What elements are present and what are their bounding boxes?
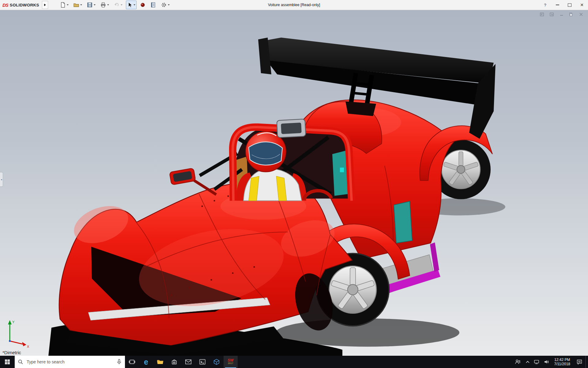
window-controls: ? ✕ [539,0,588,10]
window-title: Voiture assemblee [Read-only] [268,3,320,7]
design-binder-icon [150,2,156,8]
print-icon [100,2,106,8]
dropdown-arrow-icon [80,4,82,6]
minimize-icon [556,5,559,5]
maximize-button[interactable] [564,0,576,10]
minimize-button[interactable] [551,0,564,10]
y-axis-arrow-icon [8,320,12,324]
microphone-icon[interactable] [116,359,122,365]
brand-name: SOLIDWORKS [10,3,39,7]
search-icon [18,359,23,365]
x-axis-label: X [27,345,29,348]
taskbar-app-console[interactable] [195,356,209,368]
dropdown-arrow-icon [67,4,69,6]
menu-flyout-button[interactable] [42,1,48,9]
maximize-icon [568,3,571,7]
select-cursor-icon [127,2,133,8]
z-axis-origin-icon [9,340,11,342]
action-center-icon [576,359,582,365]
taskbar-app-edge[interactable]: e [139,356,153,368]
solidworks-logo: DS SOLIDWORKS [0,1,49,9]
undo-button[interactable] [112,1,124,9]
save-button[interactable] [85,1,97,9]
select-tool-button[interactable] [126,1,137,9]
titlebar: DS SOLIDWORKS [0,0,588,10]
new-window-button[interactable] [549,12,555,17]
design-binder-button[interactable] [149,1,157,9]
search-input[interactable] [26,359,114,365]
windows-taskbar: e [0,356,588,368]
network-icon [534,359,539,364]
windows-logo-icon [5,359,10,365]
close-icon: ✕ [580,2,584,7]
people-icon [515,359,521,365]
speaker-icon [544,359,549,364]
dropdown-arrow-icon [121,4,123,6]
x-axis-arrow-icon [22,342,26,346]
ds-logo-icon: DS [2,2,8,8]
view-orientation-label: *Dimetric [2,350,21,355]
flyout-arrow-icon [44,4,46,6]
taskbar-app-solidworks[interactable]: SW 2017 [224,356,238,368]
minimize-document-button[interactable] [559,12,565,17]
mail-icon [185,359,192,365]
undo-arrow-icon [114,2,120,8]
print-button[interactable] [99,1,110,9]
close-document-icon [579,13,583,16]
taskbar-app-store[interactable] [167,356,181,368]
open-folder-icon [73,2,79,8]
help-button[interactable]: ? [539,0,551,10]
model-scene[interactable] [0,10,588,356]
start-button[interactable] [0,356,15,368]
appearances-sphere-icon [140,2,145,8]
save-floppy-icon [87,2,93,8]
graphics-area[interactable]: Y X *Dimetric ◂ [0,10,588,356]
solidworks-icon: SW 2017 [228,359,233,365]
volume-button[interactable] [541,356,551,368]
system-tray: 12:42 PM 7/11/2018 [512,356,588,368]
restore-document-button[interactable] [568,12,575,17]
dropdown-arrow-icon [94,4,96,6]
options-gear-icon [161,2,167,8]
dropdown-arrow-icon [107,4,109,6]
helmet-visor [249,142,282,165]
close-button[interactable]: ✕ [576,0,588,10]
previous-window-icon [540,12,545,17]
taskbar-app-file-explorer[interactable] [153,356,167,368]
file-explorer-icon [156,359,164,365]
new-document-icon [60,2,66,8]
orientation-triad: Y X [4,318,32,348]
people-button[interactable] [512,356,524,368]
taskbar-app-3d-viewer[interactable] [209,356,224,368]
new-document-button[interactable] [58,1,70,9]
action-center-button[interactable] [573,356,586,368]
y-axis-label: Y [12,320,15,324]
clock-date: 7/11/2018 [554,362,571,366]
minimize-document-icon [560,13,564,16]
task-view-button[interactable] [125,356,139,368]
taskbar-app-mail[interactable] [181,356,195,368]
taskbar-clock[interactable]: 12:42 PM 7/11/2018 [551,356,574,368]
edge-icon: e [144,358,148,366]
open-button[interactable] [72,1,83,9]
hidden-icons-button[interactable] [524,356,532,368]
dropdown-arrow-icon [168,4,170,6]
appearances-button[interactable] [139,1,147,9]
side-window-teal [394,201,412,243]
standard-toolbar [58,1,171,9]
taskbar-search[interactable] [15,356,125,368]
chevron-up-icon [526,360,530,363]
restore-document-icon [569,13,574,16]
collapsed-panel-tab[interactable]: ◂ [0,172,3,187]
options-button[interactable] [160,1,171,9]
solidworks-window: DS SOLIDWORKS [0,0,588,368]
network-status-button[interactable] [532,356,541,368]
clock-time: 12:42 PM [554,358,570,362]
side-mirror[interactable] [169,168,216,195]
store-icon [171,358,178,365]
previous-window-button[interactable] [539,12,545,17]
dropdown-arrow-icon [134,4,135,6]
show-desktop-button[interactable] [586,356,588,368]
close-document-button[interactable] [578,12,584,17]
document-window-controls [539,12,584,17]
